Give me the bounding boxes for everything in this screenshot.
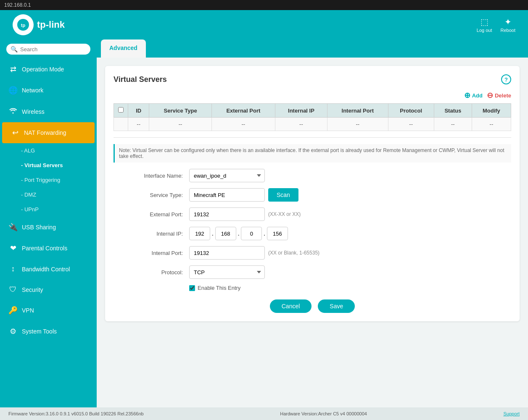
interface-name-label: Interface Name: [114, 173, 189, 179]
tplink-logo-svg: tp [16, 18, 30, 32]
delete-button[interactable]: ⊖ Delete [487, 91, 511, 100]
enable-entry-row: Enable This Entry [189, 285, 511, 291]
form-row-internal-port: Internal Port: (XX or Blank, 1-65535) [114, 246, 511, 260]
service-type-label: Service Type: [114, 192, 189, 198]
form-row-internal-ip: Internal IP: . . . [114, 227, 511, 240]
row-service-type: -- [149, 118, 212, 131]
reboot-icon: ✦ [504, 17, 512, 27]
external-port-hint: (XX-XX or XX) [268, 211, 301, 217]
col-internal-port: Internal Port [327, 104, 388, 118]
bandwidth-icon: ↕ [8, 265, 18, 273]
logout-button[interactable]: ⬚ Log out [477, 17, 492, 33]
wifi-svg [9, 107, 17, 114]
add-button[interactable]: ⊕ Add [464, 91, 483, 100]
form-section: Note: Virtual Server can be configured o… [114, 137, 511, 313]
reboot-button[interactable]: ✦ Reboot [501, 17, 515, 33]
ip-dot-3: . [264, 231, 265, 237]
sidebar-item-nat-forwarding[interactable]: ↩ NAT Forwarding [2, 122, 95, 143]
sidebar-item-system-tools[interactable]: ⚙ System Tools [0, 321, 97, 342]
sidebar-item-security[interactable]: 🛡 Security [0, 279, 97, 300]
sidebar-item-bandwidth-control[interactable]: ↕ Bandwidth Control [0, 259, 97, 279]
internal-ip-control: . . . [189, 227, 511, 240]
cancel-button[interactable]: Cancel [270, 299, 312, 313]
row-checkbox [114, 118, 128, 131]
table-actions: ⊕ Add ⊖ Delete [114, 91, 511, 100]
ip-group: . . . [189, 227, 288, 240]
tab-advanced[interactable]: Advanced [101, 39, 146, 58]
ip-address: 192.168.0.1 [4, 2, 31, 8]
usb-icon: 🔌 [8, 223, 18, 232]
row-internal-ip: -- [275, 118, 327, 131]
sub-nav-upnp[interactable]: - UPnP [0, 202, 97, 217]
internal-port-label: Internal Port: [114, 250, 189, 256]
footer-hardware: Hardware Version:Archer C5 v4 00000004 [280, 411, 367, 416]
nat-forwarding-icon: ↩ [11, 128, 20, 137]
enable-entry-checkbox[interactable] [189, 285, 195, 291]
logo: tp tp-link [13, 14, 65, 35]
sidebar-item-vpn[interactable]: 🔑 VPN [0, 300, 97, 321]
header: tp tp-link ⬚ Log out ✦ Reboot [0, 10, 528, 39]
sidebar-item-operation-mode[interactable]: ⇄ Operation Mode [0, 59, 97, 80]
sub-nav-alg[interactable]: - ALG [0, 143, 97, 158]
external-port-label: External Port: [114, 211, 189, 218]
search-input[interactable] [20, 46, 86, 52]
sidebar-item-network[interactable]: 🌐 Network [0, 80, 97, 101]
ip-octet-4[interactable] [267, 227, 288, 240]
footer-support-link[interactable]: Support [503, 411, 520, 416]
footer-firmware: Firmware Version:3.16.0 0.9.1 v6015.0 Bu… [8, 411, 144, 416]
ip-octet-1[interactable] [189, 227, 210, 240]
search-icon: 🔍 [11, 46, 18, 52]
logo-icon: tp [13, 14, 34, 35]
select-all-checkbox[interactable] [118, 107, 124, 113]
ip-dot-1: . [212, 231, 214, 237]
table-row: -- -- -- -- -- -- -- -- [114, 118, 511, 131]
internal-port-control: (XX or Blank, 1-65535) [189, 246, 511, 260]
col-internal-ip: Internal IP [275, 104, 327, 118]
sub-nav-dmz[interactable]: - DMZ [0, 187, 97, 202]
col-protocol: Protocol [388, 104, 434, 118]
interface-name-select[interactable]: ewan_ipoe_d [189, 169, 265, 182]
col-modify: Modify [472, 104, 511, 118]
col-external-port: External Port [211, 104, 275, 118]
col-id: ID [128, 104, 149, 118]
network-icon: 🌐 [8, 86, 18, 95]
sub-nav-port-triggering[interactable]: - Port Triggering [0, 173, 97, 187]
sidebar-item-usb-sharing[interactable]: 🔌 USB Sharing [0, 217, 97, 238]
virtual-servers-table: ID Service Type External Port Internal I… [114, 103, 511, 131]
content-area: Advanced Virtual Servers ? ⊕ Add ⊖ [97, 39, 528, 407]
save-button[interactable]: Save [318, 299, 355, 313]
tab-bar: Advanced [97, 39, 528, 58]
protocol-control: TCP UDP ALL [189, 265, 511, 279]
col-checkbox [114, 104, 128, 118]
interface-name-control: ewan_ipoe_d [189, 169, 511, 182]
security-icon: 🛡 [8, 285, 18, 294]
sidebar-item-wireless[interactable]: Wireless [0, 101, 97, 122]
protocol-select[interactable]: TCP UDP ALL [189, 265, 265, 279]
scan-button[interactable]: Scan [268, 188, 298, 202]
form-row-protocol: Protocol: TCP UDP ALL [114, 265, 511, 279]
form-row-service-type: Service Type: Scan [114, 188, 511, 202]
delete-circle-icon: ⊖ [487, 91, 493, 100]
row-modify: -- [472, 118, 511, 131]
help-icon[interactable]: ? [501, 74, 511, 84]
add-circle-icon: ⊕ [464, 91, 470, 100]
sub-nav-virtual-servers[interactable]: - Virtual Servers [0, 158, 97, 173]
internal-ip-label: Internal IP: [114, 231, 189, 237]
external-port-input[interactable] [189, 207, 265, 221]
virtual-servers-panel: Virtual Servers ? ⊕ Add ⊖ Delete [105, 66, 520, 321]
page-content: Virtual Servers ? ⊕ Add ⊖ Delete [97, 58, 528, 407]
service-type-input[interactable] [189, 188, 265, 202]
search-box[interactable]: 🔍 [6, 44, 90, 55]
ip-octet-3[interactable] [241, 227, 262, 240]
logo-text: tp-link [37, 19, 65, 30]
panel-title: Virtual Servers [114, 75, 167, 84]
sidebar: 🔍 ⇄ Operation Mode 🌐 Network Wireless ↩ … [0, 39, 97, 407]
ip-octet-2[interactable] [215, 227, 236, 240]
col-status: Status [434, 104, 472, 118]
internal-port-input[interactable] [189, 246, 265, 260]
top-bar: 192.168.0.1 [0, 0, 528, 10]
ip-dot-2: . [238, 231, 240, 237]
logout-icon: ⬚ [480, 17, 488, 27]
sidebar-item-parental-controls[interactable]: ❤ Parental Controls [0, 238, 97, 259]
operation-mode-icon: ⇄ [8, 65, 18, 74]
